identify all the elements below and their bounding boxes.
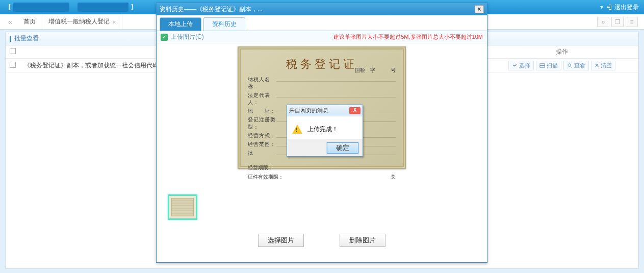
dialog-titlebar[interactable]: 资料历史——《税务登记证》副本，... × <box>157 3 487 15</box>
close-icon[interactable]: X <box>349 107 360 114</box>
alert-title-text: 来自网页的消息 <box>289 107 328 114</box>
dialog-tabs: 本地上传 资料历史 <box>157 15 487 31</box>
alert-titlebar[interactable]: 来自网页的消息 X <box>287 105 363 116</box>
close-icon[interactable]: × <box>475 5 484 13</box>
ok-button[interactable]: 确定 <box>327 142 358 154</box>
overlay: 资料历史——《税务登记证》副本，... × 本地上传 资料历史 ✓ 上传图片(C… <box>0 0 644 273</box>
dialog-buttons: 选择图片 删除图片 <box>157 234 487 247</box>
warning-icon <box>292 125 302 134</box>
certificate-number: 国税 字 号 <box>355 67 396 74</box>
upload-link[interactable]: 上传图片(C) <box>171 33 204 41</box>
thumbnail-image <box>171 198 194 216</box>
alert-message: 上传完成！ <box>307 125 338 134</box>
check-icon: ✓ <box>161 34 168 41</box>
thumbnail[interactable] <box>168 194 197 220</box>
upload-warning: 建议单张图片大小不要超过5M,多张图片总大小不要超过10M <box>333 33 483 41</box>
alert-footer: 确定 <box>287 139 363 156</box>
alert-dialog: 来自网页的消息 X 上传完成！ 确定 <box>287 105 363 157</box>
dialog-title: 资料历史——《税务登记证》副本，... <box>160 5 263 14</box>
tab-material-history[interactable]: 资料历史 <box>203 17 245 31</box>
alert-body: 上传完成！ <box>287 116 363 139</box>
upload-row: ✓ 上传图片(C) 建议单张图片大小不要超过5M,多张图片总大小不要超过10M <box>157 31 487 43</box>
tab-local-upload[interactable]: 本地上传 <box>160 17 201 31</box>
thumbnail-row <box>157 191 487 220</box>
choose-image-button[interactable]: 选择图片 <box>258 234 304 247</box>
delete-image-button[interactable]: 删除图片 <box>340 234 385 247</box>
